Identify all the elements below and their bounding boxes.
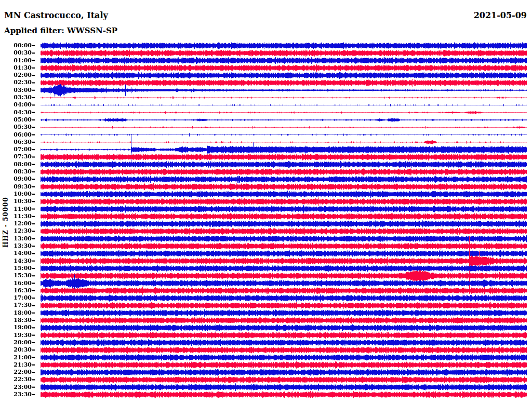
time-label: 18:00 (0, 310, 32, 316)
time-label: 01:00 (0, 58, 32, 64)
time-label: 11:00 (0, 206, 32, 212)
time-label: 09:00 (0, 176, 32, 182)
time-label: 15:00 (0, 265, 32, 272)
time-label: 21:30 (0, 362, 32, 368)
time-label: 14:00 (0, 250, 32, 256)
time-label: 04:30 (0, 110, 32, 116)
time-label: 17:30 (0, 302, 32, 308)
time-label: 01:30 (0, 65, 32, 71)
time-label: 21:00 (0, 355, 32, 361)
time-label: 22:30 (0, 376, 32, 383)
heliplot-page: MN Castrocucco, Italy 2021-05-09 Applied… (0, 0, 532, 405)
seismogram-canvas (0, 0, 532, 405)
time-label: 07:00 (0, 146, 32, 153)
time-label: 04:00 (0, 102, 32, 108)
time-label: 03:00 (0, 87, 32, 93)
time-label: 06:00 (0, 132, 32, 138)
time-label: 23:00 (0, 384, 32, 390)
time-label: 16:30 (0, 288, 32, 294)
time-label: 08:00 (0, 161, 32, 168)
time-label: 00:00 (0, 43, 32, 49)
time-label: 07:30 (0, 154, 32, 160)
time-label: 10:30 (0, 198, 32, 205)
time-label: 20:30 (0, 347, 32, 353)
time-label: 18:30 (0, 317, 32, 323)
time-label: 05:30 (0, 124, 32, 130)
time-label: 16:00 (0, 280, 32, 287)
time-label: 00:30 (0, 50, 32, 56)
time-label: 19:00 (0, 325, 32, 331)
time-label: 10:00 (0, 191, 32, 197)
time-label: 19:30 (0, 332, 32, 339)
time-label: 12:30 (0, 228, 32, 234)
time-label: 02:00 (0, 72, 32, 78)
time-label: 22:00 (0, 369, 32, 375)
time-labels: 00:0000:3001:0001:3002:0002:3003:0003:30… (0, 0, 32, 405)
time-label: 20:00 (0, 340, 32, 346)
time-label: 11:30 (0, 213, 32, 220)
time-label: 23:30 (0, 392, 32, 398)
time-label: 03:30 (0, 95, 32, 101)
time-label: 17:00 (0, 295, 32, 301)
time-label: 09:30 (0, 184, 32, 190)
time-label: 15:30 (0, 273, 32, 279)
time-label: 12:00 (0, 221, 32, 227)
time-label: 14:30 (0, 258, 32, 264)
time-label: 06:30 (0, 139, 32, 145)
time-label: 05:00 (0, 117, 32, 123)
time-label: 13:00 (0, 236, 32, 242)
time-label: 13:30 (0, 243, 32, 249)
time-label: 02:30 (0, 79, 32, 86)
time-label: 08:30 (0, 169, 32, 175)
